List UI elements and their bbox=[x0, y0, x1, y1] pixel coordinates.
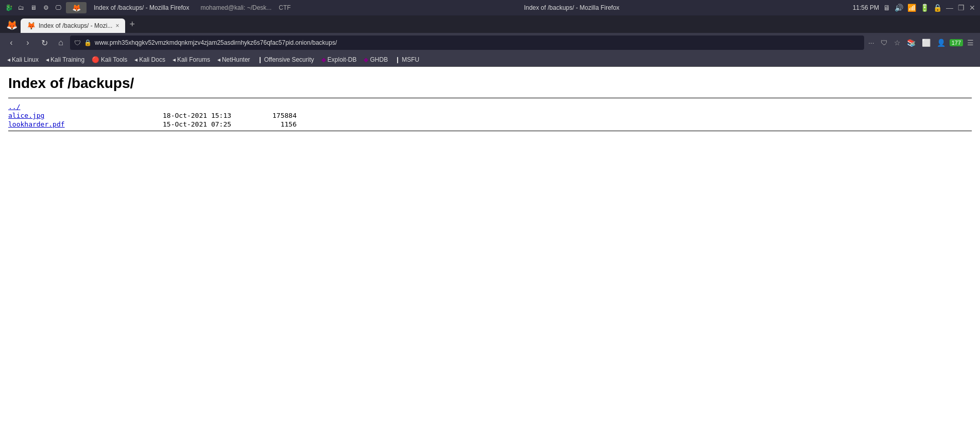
msfu-icon: ❙ bbox=[395, 56, 400, 63]
kali-forums-icon: ◂ bbox=[173, 56, 176, 63]
more-button[interactable]: ··· bbox=[866, 38, 876, 48]
nav-right-buttons: ··· 🛡 ☆ 📚 ⬜ 👤 177 ☰ bbox=[866, 38, 976, 48]
bookmark-offensive-security-label: Offensive Security bbox=[264, 56, 314, 63]
title-bar: 🐉 🗂 🖥 ⚙ 🖵 🦊 Index of /backups/ - Mozilla… bbox=[0, 0, 980, 15]
audio-icon: 🔊 bbox=[895, 4, 903, 12]
bookmark-nethunter-label: NetHunter bbox=[222, 56, 250, 63]
kali-dragon-icon[interactable]: 🐉 bbox=[4, 3, 13, 12]
exploit-db-icon: ◆ bbox=[321, 56, 326, 63]
browser-content: Index of /backups/ ../ alice.jpg 18-Oct-… bbox=[0, 67, 980, 429]
file-row-alice: alice.jpg 18-Oct-2021 15:13 175884 bbox=[8, 111, 972, 120]
kali-docs-icon: ◂ bbox=[134, 56, 137, 63]
bookmark-kali-docs[interactable]: ◂ Kali Docs bbox=[131, 55, 168, 64]
parent-dir-row: ../ bbox=[8, 102, 972, 111]
bookmark-kali-training-label: Kali Training bbox=[50, 56, 84, 63]
window-title: Index of /backups/ - Mozilla Firefox bbox=[291, 4, 853, 11]
title-bar-right: 11:56 PM 🖥 🔊 📶 🔋 🔒 — ❐ ✕ bbox=[853, 4, 976, 12]
bookmark-kali-training[interactable]: ◂ Kali Training bbox=[43, 55, 88, 64]
bookmark-kali-tools[interactable]: 🔴 Kali Tools bbox=[89, 55, 130, 64]
kali-training-icon: ◂ bbox=[46, 56, 49, 63]
terminal-icon[interactable]: 🖥 bbox=[29, 3, 38, 12]
tab-favicon: 🦊 bbox=[27, 22, 36, 30]
bookmarks-bar: ◂ Kali Linux ◂ Kali Training 🔴 Kali Tool… bbox=[0, 52, 980, 67]
close-button[interactable]: ✕ bbox=[969, 4, 976, 11]
bookmark-kali-tools-label: Kali Tools bbox=[101, 56, 127, 63]
restore-button[interactable]: ❐ bbox=[957, 4, 965, 11]
shield-icon: 🛡 bbox=[74, 39, 81, 47]
bookmark-ghdb[interactable]: ◆ GHDB bbox=[360, 55, 391, 64]
lock-icon: 🔒 bbox=[84, 39, 92, 46]
monitor-icon: 🖥 bbox=[883, 4, 890, 12]
firefox-logo: 🦊 bbox=[4, 17, 20, 33]
bookmark-kali-forums-label: Kali Forums bbox=[177, 56, 210, 63]
bookmark-star-button[interactable]: ☆ bbox=[892, 38, 903, 48]
file-size-lookharder: 1156 bbox=[255, 120, 297, 128]
bookmark-exploit-db[interactable]: ◆ Exploit-DB bbox=[318, 55, 360, 64]
url-text: www.pmh35xhqgkv52vmzkmdqnkmjzv4zjam25asd… bbox=[95, 39, 860, 46]
home-button[interactable]: ⌂ bbox=[54, 35, 68, 50]
file-date-alice: 18-Oct-2021 15:13 bbox=[163, 112, 255, 119]
nav-bar: ‹ › ↻ ⌂ 🛡 🔒 www.pmh35xhqgkv52vmzkmdqnkmj… bbox=[0, 33, 980, 52]
kali-linux-icon: ◂ bbox=[7, 56, 10, 63]
terminal-taskbar-label: mohamed@kali: ~/Desk... bbox=[200, 4, 271, 11]
file-row-lookharder: lookharder.pdf 15-Oct-2021 07:25 1156 bbox=[8, 120, 972, 129]
network-icon: 📶 bbox=[907, 4, 916, 12]
nethunter-icon: ◂ bbox=[217, 56, 220, 63]
forward-button[interactable]: › bbox=[21, 35, 35, 50]
tab-manager-icon[interactable]: ⬜ bbox=[920, 38, 933, 48]
bookmark-kali-docs-label: Kali Docs bbox=[139, 56, 165, 63]
url-bar[interactable]: 🛡 🔒 www.pmh35xhqgkv52vmzkmdqnkmjzv4zjam2… bbox=[70, 35, 864, 50]
file-link-lookharder[interactable]: lookharder.pdf bbox=[8, 120, 163, 128]
file-listing: ../ alice.jpg 18-Oct-2021 15:13 175884 l… bbox=[8, 102, 972, 129]
bookmark-offensive-security[interactable]: ❙ Offensive Security bbox=[254, 55, 317, 64]
extensions-icon[interactable]: 177 bbox=[950, 39, 963, 46]
display-icon[interactable]: 🖵 bbox=[54, 3, 63, 12]
bookmark-kali-forums[interactable]: ◂ Kali Forums bbox=[169, 55, 213, 64]
ctf-label: CTF bbox=[279, 4, 290, 11]
bookmark-nethunter[interactable]: ◂ NetHunter bbox=[214, 55, 253, 64]
new-tab-button[interactable]: + bbox=[126, 19, 138, 30]
hamburger-menu[interactable]: ☰ bbox=[965, 38, 976, 48]
minimize-button[interactable]: — bbox=[946, 4, 953, 11]
kali-tools-icon: 🔴 bbox=[92, 56, 99, 63]
tab-close-button[interactable]: × bbox=[115, 22, 119, 29]
refresh-button[interactable]: ↻ bbox=[37, 35, 51, 50]
ghdb-icon: ◆ bbox=[364, 56, 368, 63]
active-tab[interactable]: 🦊 Index of /backups/ - Mozi... × bbox=[21, 19, 125, 33]
tab-label-taskbar: Index of /backups/ - Mozilla Firefox bbox=[94, 4, 189, 11]
bottom-divider bbox=[8, 131, 972, 131]
offensive-security-icon: ❙ bbox=[257, 56, 263, 63]
shield-verify-icon[interactable]: 🛡 bbox=[879, 38, 890, 48]
title-bar-left: 🐉 🗂 🖥 ⚙ 🖵 🦊 Index of /backups/ - Mozilla… bbox=[4, 2, 291, 13]
tab-bar: 🦊 🦊 Index of /backups/ - Mozi... × + bbox=[0, 15, 980, 33]
bookmark-ghdb-label: GHDB bbox=[370, 56, 388, 63]
back-button[interactable]: ‹ bbox=[4, 35, 19, 50]
tab-title: Index of /backups/ - Mozi... bbox=[39, 22, 112, 29]
bookmark-msfu[interactable]: ❙ MSFU bbox=[392, 55, 422, 64]
file-link-alice[interactable]: alice.jpg bbox=[8, 112, 163, 119]
bookmark-kali-linux-label: Kali Linux bbox=[12, 56, 39, 63]
file-date-lookharder: 15-Oct-2021 07:25 bbox=[163, 120, 255, 128]
firefox-menu-icon[interactable]: 🦊 bbox=[6, 20, 18, 31]
lock-icon: 🔒 bbox=[933, 4, 942, 12]
bookmark-msfu-label: MSFU bbox=[402, 56, 419, 63]
top-divider bbox=[8, 98, 972, 98]
clock: 11:56 PM bbox=[853, 4, 879, 11]
bookmark-exploit-db-label: Exploit-DB bbox=[328, 56, 357, 63]
page-title: Index of /backups/ bbox=[8, 75, 972, 92]
bookmark-kali-linux[interactable]: ◂ Kali Linux bbox=[4, 55, 42, 64]
files-icon[interactable]: 🗂 bbox=[16, 3, 26, 12]
file-size-alice: 175884 bbox=[255, 112, 297, 119]
settings-icon[interactable]: ⚙ bbox=[41, 3, 50, 12]
battery-icon: 🔋 bbox=[920, 4, 929, 12]
firefox-taskbar-icon[interactable]: 🦊 bbox=[66, 2, 87, 13]
account-icon[interactable]: 👤 bbox=[935, 38, 948, 48]
bookmarks-library-icon[interactable]: 📚 bbox=[905, 38, 918, 48]
parent-dir-link[interactable]: ../ bbox=[8, 103, 20, 111]
